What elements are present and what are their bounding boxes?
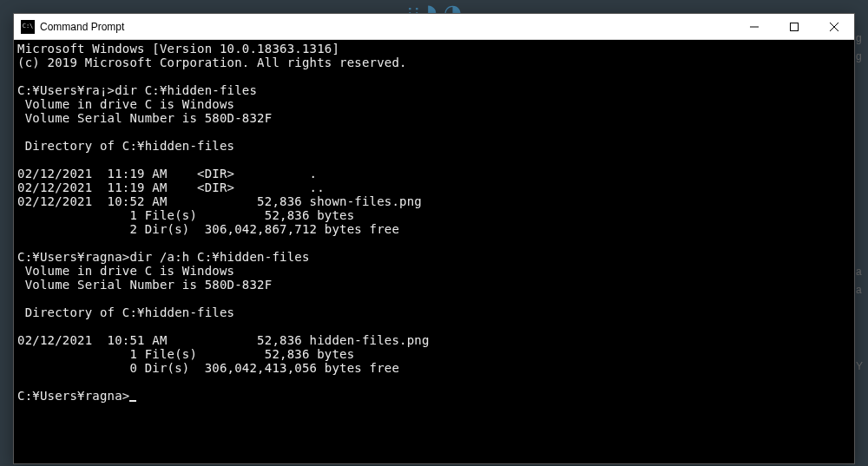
- terminal-line: 02/12/2021 10:52 AM 52,836 shown-files.p…: [17, 194, 851, 208]
- terminal-line: 02/12/2021 11:19 AM <DIR> ..: [17, 180, 851, 194]
- cursor: [129, 400, 136, 402]
- terminal-line: C:¥Users¥ragna>dir /a:h C:¥hidden-files: [17, 250, 851, 264]
- close-icon: [830, 23, 838, 31]
- terminal-line: Directory of C:¥hidden-files: [17, 139, 851, 153]
- app-icon: C:\: [21, 20, 35, 34]
- terminal-line: 1 File(s) 52,836 bytes: [17, 208, 851, 222]
- terminal-line: [17, 236, 851, 250]
- minimize-icon: [750, 23, 759, 31]
- terminal-line: C:¥Users¥ragna>: [17, 389, 851, 403]
- maximize-button[interactable]: [774, 14, 814, 39]
- window-controls: [734, 14, 854, 39]
- terminal-line: (c) 2019 Microsoft Corporation. All righ…: [17, 56, 851, 69]
- maximize-icon: [790, 23, 799, 31]
- terminal-line: Volume Serial Number is 580D-832F: [17, 278, 851, 292]
- terminal-line: Directory of C:¥hidden-files: [17, 305, 851, 319]
- svg-rect-1: [791, 23, 799, 30]
- terminal-line: 2 Dir(s) 306,042,867,712 bytes free: [17, 222, 851, 236]
- terminal-line: Microsoft Windows [Version 10.0.18363.13…: [17, 42, 851, 56]
- terminal-line: Volume Serial Number is 580D-832F: [17, 111, 851, 125]
- terminal-line: 0 Dir(s) 306,042,413,056 bytes free: [17, 361, 851, 375]
- titlebar[interactable]: C:\ Command Prompt: [14, 14, 854, 40]
- terminal-line: Volume in drive C is Windows: [17, 97, 851, 111]
- close-button[interactable]: [814, 14, 854, 39]
- minimize-button[interactable]: [734, 14, 774, 39]
- background-side-text: g g a a Y: [856, 30, 868, 374]
- terminal-line: 02/12/2021 10:51 AM 52,836 hidden-files.…: [17, 333, 851, 347]
- terminal-line: [17, 153, 851, 167]
- terminal-line: 1 File(s) 52,836 bytes: [17, 347, 851, 361]
- terminal-line: [17, 292, 851, 305]
- terminal-line: Volume in drive C is Windows: [17, 264, 851, 278]
- terminal-line: [17, 125, 851, 139]
- terminal-output[interactable]: Microsoft Windows [Version 10.0.18363.13…: [14, 40, 854, 463]
- terminal-line: [17, 375, 851, 389]
- terminal-line: 02/12/2021 11:19 AM <DIR> .: [17, 167, 851, 180]
- terminal-line: [17, 69, 851, 83]
- window-title: Command Prompt: [40, 21, 734, 33]
- terminal-line: [17, 319, 851, 333]
- command-prompt-window: C:\ Command Prompt Microsoft Windows [Ve…: [13, 13, 855, 464]
- terminal-line: C:¥Users¥ra¡>dir C:¥hidden-files: [17, 83, 851, 97]
